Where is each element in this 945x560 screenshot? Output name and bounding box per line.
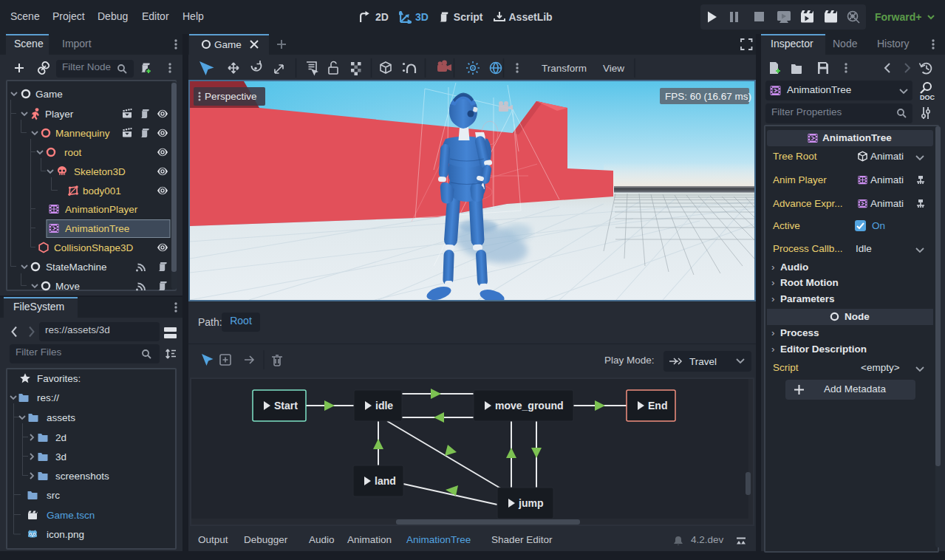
svg-text:land: land bbox=[375, 475, 396, 487]
svg-text:Game: Game bbox=[214, 39, 242, 50]
svg-text:3d: 3d bbox=[55, 451, 66, 462]
svg-text:assets: assets bbox=[47, 412, 75, 423]
svg-text:CollisionShape3D: CollisionShape3D bbox=[54, 242, 134, 253]
svg-text:root: root bbox=[64, 147, 82, 158]
svg-text:Game: Game bbox=[35, 89, 63, 100]
svg-text:View: View bbox=[603, 63, 624, 74]
svg-text:AnimationPlayer: AnimationPlayer bbox=[65, 204, 138, 215]
svg-text:DOC: DOC bbox=[920, 94, 935, 100]
svg-text:Play Mode:: Play Mode: bbox=[604, 355, 655, 366]
svg-text:Skeleton3D: Skeleton3D bbox=[74, 166, 126, 177]
svg-text:move_ground: move_ground bbox=[495, 400, 564, 412]
svg-text:icon.png: icon.png bbox=[47, 529, 84, 540]
svg-text:idle: idle bbox=[375, 400, 393, 412]
svg-text:res://: res:// bbox=[37, 392, 59, 403]
svg-text:FPS: 60 (16.67 ms): FPS: 60 (16.67 ms) bbox=[665, 91, 751, 102]
svg-text:Travel: Travel bbox=[689, 356, 717, 367]
svg-text:Player: Player bbox=[45, 109, 74, 120]
svg-text:StateMachine: StateMachine bbox=[46, 262, 107, 273]
svg-text:jump: jump bbox=[518, 497, 543, 509]
svg-text:Game.tscn: Game.tscn bbox=[47, 510, 95, 521]
svg-text:AnimationTree: AnimationTree bbox=[65, 223, 129, 234]
svg-text:src: src bbox=[47, 490, 60, 501]
svg-text:Move: Move bbox=[55, 281, 80, 292]
svg-text:Perspective: Perspective bbox=[205, 91, 257, 102]
svg-text:Transform: Transform bbox=[542, 63, 587, 74]
svg-text:body001: body001 bbox=[83, 185, 121, 197]
svg-text:Favorites:: Favorites: bbox=[37, 373, 81, 384]
svg-text:screenshots: screenshots bbox=[55, 471, 109, 482]
svg-text:Mannequiny: Mannequiny bbox=[55, 128, 110, 139]
svg-text:2d: 2d bbox=[55, 432, 66, 443]
svg-text:Start: Start bbox=[274, 400, 298, 412]
svg-text:End: End bbox=[648, 400, 667, 412]
